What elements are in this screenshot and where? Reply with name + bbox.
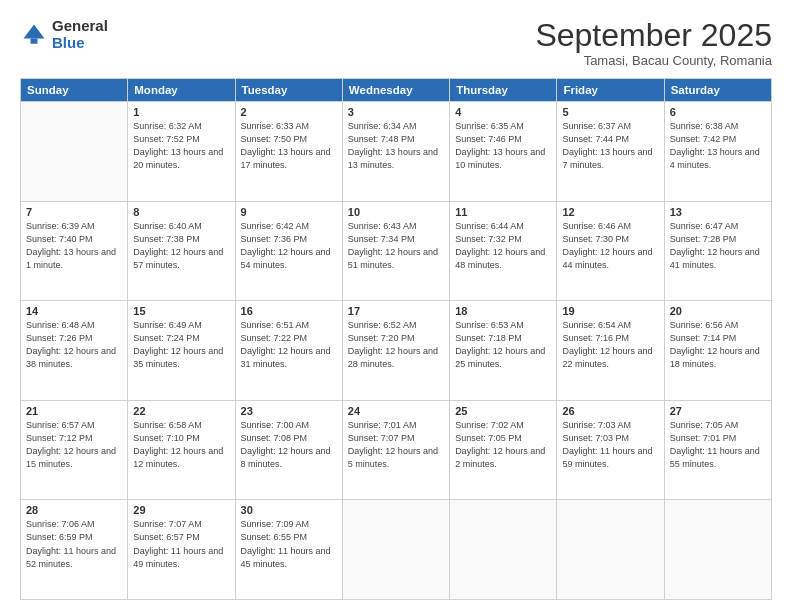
day-info: Sunrise: 7:09 AMSunset: 6:55 PMDaylight:…: [241, 518, 337, 570]
weekday-header-thursday: Thursday: [450, 79, 557, 102]
day-number: 9: [241, 206, 337, 218]
day-number: 4: [455, 106, 551, 118]
day-number: 11: [455, 206, 551, 218]
calendar-cell: 11Sunrise: 6:44 AMSunset: 7:32 PMDayligh…: [450, 201, 557, 301]
day-number: 24: [348, 405, 444, 417]
calendar-cell: 5Sunrise: 6:37 AMSunset: 7:44 PMDaylight…: [557, 102, 664, 202]
calendar-cell: 30Sunrise: 7:09 AMSunset: 6:55 PMDayligh…: [235, 500, 342, 600]
calendar-cell: 29Sunrise: 7:07 AMSunset: 6:57 PMDayligh…: [128, 500, 235, 600]
day-info: Sunrise: 6:35 AMSunset: 7:46 PMDaylight:…: [455, 120, 551, 172]
day-number: 7: [26, 206, 122, 218]
svg-marker-0: [24, 24, 45, 38]
logo-general-text: General: [52, 18, 108, 35]
calendar-cell: [21, 102, 128, 202]
logo: General Blue: [20, 18, 108, 51]
calendar-week-row: 14Sunrise: 6:48 AMSunset: 7:26 PMDayligh…: [21, 301, 772, 401]
logo-blue-text: Blue: [52, 35, 108, 52]
day-number: 28: [26, 504, 122, 516]
day-info: Sunrise: 7:07 AMSunset: 6:57 PMDaylight:…: [133, 518, 229, 570]
day-info: Sunrise: 6:44 AMSunset: 7:32 PMDaylight:…: [455, 220, 551, 272]
calendar-week-row: 21Sunrise: 6:57 AMSunset: 7:12 PMDayligh…: [21, 400, 772, 500]
weekday-header-friday: Friday: [557, 79, 664, 102]
day-info: Sunrise: 6:34 AMSunset: 7:48 PMDaylight:…: [348, 120, 444, 172]
day-info: Sunrise: 6:53 AMSunset: 7:18 PMDaylight:…: [455, 319, 551, 371]
weekday-header-wednesday: Wednesday: [342, 79, 449, 102]
calendar-cell: 9Sunrise: 6:42 AMSunset: 7:36 PMDaylight…: [235, 201, 342, 301]
day-info: Sunrise: 6:39 AMSunset: 7:40 PMDaylight:…: [26, 220, 122, 272]
day-info: Sunrise: 6:56 AMSunset: 7:14 PMDaylight:…: [670, 319, 766, 371]
calendar-cell: 20Sunrise: 6:56 AMSunset: 7:14 PMDayligh…: [664, 301, 771, 401]
day-info: Sunrise: 6:54 AMSunset: 7:16 PMDaylight:…: [562, 319, 658, 371]
calendar-cell: 17Sunrise: 6:52 AMSunset: 7:20 PMDayligh…: [342, 301, 449, 401]
day-number: 19: [562, 305, 658, 317]
day-number: 29: [133, 504, 229, 516]
weekday-header-monday: Monday: [128, 79, 235, 102]
calendar-cell: [557, 500, 664, 600]
calendar-cell: 23Sunrise: 7:00 AMSunset: 7:08 PMDayligh…: [235, 400, 342, 500]
day-number: 6: [670, 106, 766, 118]
day-number: 26: [562, 405, 658, 417]
day-info: Sunrise: 6:49 AMSunset: 7:24 PMDaylight:…: [133, 319, 229, 371]
day-info: Sunrise: 7:01 AMSunset: 7:07 PMDaylight:…: [348, 419, 444, 471]
day-info: Sunrise: 6:37 AMSunset: 7:44 PMDaylight:…: [562, 120, 658, 172]
day-info: Sunrise: 6:47 AMSunset: 7:28 PMDaylight:…: [670, 220, 766, 272]
day-info: Sunrise: 6:43 AMSunset: 7:34 PMDaylight:…: [348, 220, 444, 272]
day-number: 1: [133, 106, 229, 118]
day-info: Sunrise: 6:52 AMSunset: 7:20 PMDaylight:…: [348, 319, 444, 371]
calendar-cell: 6Sunrise: 6:38 AMSunset: 7:42 PMDaylight…: [664, 102, 771, 202]
day-number: 27: [670, 405, 766, 417]
title-area: September 2025 Tamasi, Bacau County, Rom…: [535, 18, 772, 68]
calendar-cell: 26Sunrise: 7:03 AMSunset: 7:03 PMDayligh…: [557, 400, 664, 500]
day-info: Sunrise: 6:58 AMSunset: 7:10 PMDaylight:…: [133, 419, 229, 471]
day-info: Sunrise: 6:51 AMSunset: 7:22 PMDaylight:…: [241, 319, 337, 371]
calendar-cell: 12Sunrise: 6:46 AMSunset: 7:30 PMDayligh…: [557, 201, 664, 301]
day-number: 25: [455, 405, 551, 417]
day-info: Sunrise: 7:06 AMSunset: 6:59 PMDaylight:…: [26, 518, 122, 570]
calendar-cell: [664, 500, 771, 600]
calendar-cell: 7Sunrise: 6:39 AMSunset: 7:40 PMDaylight…: [21, 201, 128, 301]
day-info: Sunrise: 6:32 AMSunset: 7:52 PMDaylight:…: [133, 120, 229, 172]
day-number: 10: [348, 206, 444, 218]
calendar-cell: 13Sunrise: 6:47 AMSunset: 7:28 PMDayligh…: [664, 201, 771, 301]
day-info: Sunrise: 6:38 AMSunset: 7:42 PMDaylight:…: [670, 120, 766, 172]
calendar-cell: 3Sunrise: 6:34 AMSunset: 7:48 PMDaylight…: [342, 102, 449, 202]
weekday-header-sunday: Sunday: [21, 79, 128, 102]
day-number: 23: [241, 405, 337, 417]
day-number: 15: [133, 305, 229, 317]
day-number: 13: [670, 206, 766, 218]
weekday-header-row: SundayMondayTuesdayWednesdayThursdayFrid…: [21, 79, 772, 102]
calendar-cell: 10Sunrise: 6:43 AMSunset: 7:34 PMDayligh…: [342, 201, 449, 301]
calendar-week-row: 7Sunrise: 6:39 AMSunset: 7:40 PMDaylight…: [21, 201, 772, 301]
page-header: General Blue September 2025 Tamasi, Baca…: [20, 18, 772, 68]
calendar-week-row: 1Sunrise: 6:32 AMSunset: 7:52 PMDaylight…: [21, 102, 772, 202]
day-number: 22: [133, 405, 229, 417]
calendar-cell: 25Sunrise: 7:02 AMSunset: 7:05 PMDayligh…: [450, 400, 557, 500]
day-number: 3: [348, 106, 444, 118]
weekday-header-tuesday: Tuesday: [235, 79, 342, 102]
calendar-cell: [342, 500, 449, 600]
calendar-cell: 15Sunrise: 6:49 AMSunset: 7:24 PMDayligh…: [128, 301, 235, 401]
calendar-cell: 8Sunrise: 6:40 AMSunset: 7:38 PMDaylight…: [128, 201, 235, 301]
calendar-cell: 2Sunrise: 6:33 AMSunset: 7:50 PMDaylight…: [235, 102, 342, 202]
day-number: 8: [133, 206, 229, 218]
calendar-cell: 14Sunrise: 6:48 AMSunset: 7:26 PMDayligh…: [21, 301, 128, 401]
day-info: Sunrise: 7:05 AMSunset: 7:01 PMDaylight:…: [670, 419, 766, 471]
day-number: 14: [26, 305, 122, 317]
calendar-cell: 22Sunrise: 6:58 AMSunset: 7:10 PMDayligh…: [128, 400, 235, 500]
day-number: 12: [562, 206, 658, 218]
logo-icon: [20, 21, 48, 49]
day-number: 18: [455, 305, 551, 317]
day-info: Sunrise: 6:40 AMSunset: 7:38 PMDaylight:…: [133, 220, 229, 272]
calendar-cell: 4Sunrise: 6:35 AMSunset: 7:46 PMDaylight…: [450, 102, 557, 202]
day-number: 16: [241, 305, 337, 317]
calendar-table: SundayMondayTuesdayWednesdayThursdayFrid…: [20, 78, 772, 600]
day-number: 5: [562, 106, 658, 118]
day-info: Sunrise: 6:57 AMSunset: 7:12 PMDaylight:…: [26, 419, 122, 471]
day-number: 20: [670, 305, 766, 317]
calendar-cell: 27Sunrise: 7:05 AMSunset: 7:01 PMDayligh…: [664, 400, 771, 500]
calendar-cell: 16Sunrise: 6:51 AMSunset: 7:22 PMDayligh…: [235, 301, 342, 401]
calendar-cell: 28Sunrise: 7:06 AMSunset: 6:59 PMDayligh…: [21, 500, 128, 600]
day-info: Sunrise: 6:48 AMSunset: 7:26 PMDaylight:…: [26, 319, 122, 371]
day-info: Sunrise: 6:42 AMSunset: 7:36 PMDaylight:…: [241, 220, 337, 272]
day-info: Sunrise: 6:33 AMSunset: 7:50 PMDaylight:…: [241, 120, 337, 172]
